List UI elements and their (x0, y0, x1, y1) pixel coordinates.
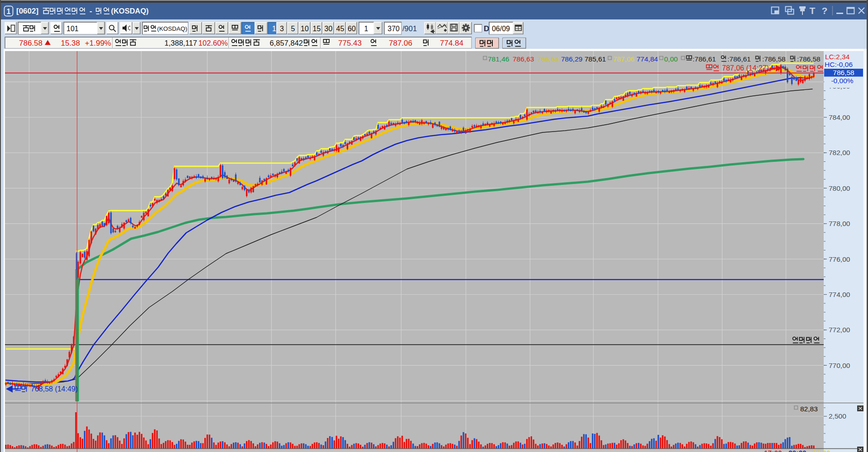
svg-text:781,46: 781,46 (488, 55, 509, 63)
svg-text:2,500: 2,500 (829, 412, 846, 420)
svg-text:786,63: 786,63 (513, 55, 534, 63)
svg-text:770,00: 770,00 (829, 362, 850, 369)
svg-text:786,64: 786,64 (538, 55, 559, 63)
svg-text:768,58 (14:49): 768,58 (14:49) (31, 385, 78, 393)
svg-text:HC:-0,06: HC:-0,06 (825, 61, 853, 68)
svg-text:/901: /901 (402, 24, 417, 33)
svg-text:T: T (810, 5, 816, 16)
svg-text:?: ? (822, 5, 828, 16)
svg-text:15: 15 (313, 25, 321, 33)
svg-text:20:00: 20:00 (788, 449, 807, 452)
svg-text:LC:2,34: LC:2,34 (825, 53, 850, 61)
svg-text:06/09: 06/09 (492, 25, 510, 33)
svg-text:782,00: 782,00 (829, 149, 850, 156)
svg-text:82,83: 82,83 (800, 405, 818, 413)
svg-text:785,61: 785,61 (585, 55, 606, 63)
svg-text:774,00: 774,00 (829, 291, 850, 298)
svg-text:(KOSDAQ): (KOSDAQ) (111, 7, 148, 15)
svg-text:778,00: 778,00 (829, 220, 850, 227)
svg-text:30: 30 (325, 25, 333, 33)
svg-text::786,58: :786,58 (797, 55, 821, 63)
svg-text:786.58: 786.58 (19, 39, 42, 47)
svg-text:60: 60 (348, 25, 356, 33)
svg-text:0,00: 0,00 (664, 55, 678, 63)
svg-text:775.43: 775.43 (338, 39, 362, 47)
svg-text:(KOSDAQ): (KOSDAQ) (157, 25, 187, 32)
svg-text:101: 101 (66, 25, 79, 33)
svg-text:784,00: 784,00 (829, 113, 850, 121)
svg-text::786,61: :786,61 (727, 55, 751, 63)
svg-text:6,857,842: 6,857,842 (270, 39, 303, 47)
svg-text:D: D (484, 24, 489, 33)
svg-text:102.60%: 102.60% (198, 39, 228, 47)
svg-text:1: 1 (272, 25, 276, 33)
svg-text:774,84: 774,84 (637, 55, 658, 63)
svg-text:1: 1 (7, 8, 11, 15)
svg-text:09:00: 09:00 (812, 449, 830, 452)
svg-text:787,06 (14:27): 787,06 (14:27) (722, 64, 769, 72)
svg-text:10: 10 (301, 25, 309, 33)
svg-text:15.38: 15.38 (61, 39, 80, 47)
svg-text:776,00: 776,00 (829, 255, 850, 263)
svg-text:+1.99%: +1.99% (85, 39, 111, 47)
svg-text:3: 3 (280, 25, 284, 33)
svg-text:1: 1 (364, 25, 368, 33)
svg-text:786,58: 786,58 (833, 69, 854, 76)
svg-text:787,06: 787,06 (613, 55, 634, 63)
svg-text:5: 5 (291, 25, 295, 33)
svg-text:370: 370 (387, 25, 400, 33)
svg-text:-: - (90, 7, 92, 15)
svg-text:45: 45 (336, 25, 344, 33)
svg-text::786,58: :786,58 (762, 55, 786, 63)
svg-text::786,61: :786,61 (693, 55, 716, 63)
svg-text:780,00: 780,00 (829, 184, 850, 192)
svg-text:774.84: 774.84 (440, 39, 463, 47)
svg-text:[0602]: [0602] (16, 7, 38, 15)
svg-text:17:00: 17:00 (764, 449, 782, 452)
svg-text:1,388,117: 1,388,117 (165, 39, 197, 47)
svg-text:787.06: 787.06 (389, 39, 412, 47)
svg-text:786,29: 786,29 (561, 55, 582, 63)
svg-text:772,00: 772,00 (829, 326, 850, 334)
